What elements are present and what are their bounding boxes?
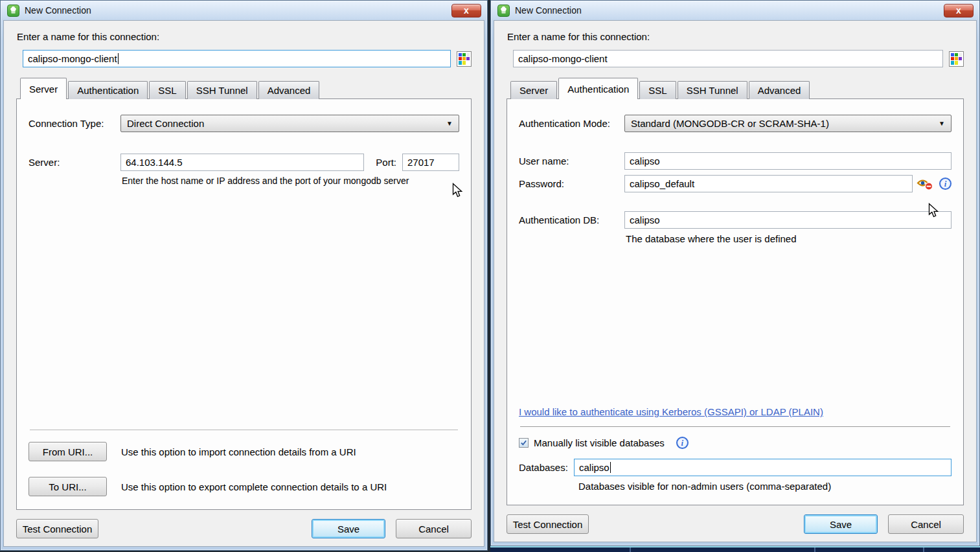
connection-name-input[interactable]: calipso-mongo-client: [23, 50, 451, 67]
dialog-body: Enter a name for this connection: calips…: [494, 20, 977, 542]
connection-name-label: Enter a name for this connection:: [507, 31, 964, 42]
server-label: Server:: [28, 157, 120, 168]
auth-mode-select[interactable]: Standard (MONGODB-CR or SCRAM-SHA-1) ▼: [624, 115, 952, 132]
color-picker-button[interactable]: [949, 51, 964, 67]
port-label: Port:: [376, 157, 396, 168]
tab-bar: Server Authentication SSL SSH Tunnel Adv…: [507, 78, 964, 99]
tab-advanced[interactable]: Advanced: [258, 81, 320, 99]
connection-type-row: Connection Type: Direct Connection ▼: [28, 115, 459, 132]
manual-databases-info-icon[interactable]: i: [676, 437, 689, 449]
auth-db-input[interactable]: calipso: [624, 211, 952, 229]
cancel-button[interactable]: Cancel: [396, 519, 472, 538]
tab-ssh-tunnel[interactable]: SSH Tunnel: [187, 81, 257, 99]
tab-server[interactable]: Server: [510, 81, 557, 99]
auth-mode-row: Authentication Mode: Standard (MONGODB-C…: [519, 115, 952, 132]
databases-help-text: Databases visible for non-admin users (c…: [578, 481, 952, 492]
window-title: New Connection: [515, 5, 582, 16]
databases-input[interactable]: calipso: [574, 459, 952, 476]
close-button[interactable]: x: [451, 4, 481, 17]
from-uri-row: From URI... Use this option to import co…: [28, 442, 459, 461]
tab-ssl[interactable]: SSL: [149, 81, 185, 99]
title-bar[interactable]: New Connection x: [491, 1, 979, 20]
background-window-sliver: [490, 546, 980, 552]
databases-row: Databases: calipso: [519, 459, 952, 476]
auth-db-label: Authentication DB:: [519, 214, 624, 225]
username-row: User name: calipso: [519, 152, 952, 170]
auth-mode-label: Authentication Mode:: [519, 118, 624, 129]
password-info-icon[interactable]: i: [939, 178, 952, 190]
from-uri-help-text: Use this option to import connection det…: [121, 446, 356, 457]
tab-advanced[interactable]: Advanced: [749, 81, 810, 99]
server-row: Server: 64.103.144.5 Port: 27017: [28, 154, 459, 171]
window-title: New Connection: [25, 5, 91, 16]
connection-type-select[interactable]: Direct Connection ▼: [120, 115, 459, 132]
tab-authentication[interactable]: Authentication: [68, 81, 148, 99]
app-icon: [497, 5, 510, 17]
authentication-tab-panel: Authentication Mode: Standard (MONGODB-C…: [507, 98, 964, 505]
check-icon: [520, 439, 527, 446]
password-label: Password:: [519, 178, 624, 189]
close-button[interactable]: x: [944, 4, 974, 17]
test-connection-button[interactable]: Test Connection: [16, 519, 98, 538]
connection-type-label: Connection Type:: [28, 118, 120, 129]
kerberos-ldap-link[interactable]: I would like to authenticate using Kerbe…: [519, 406, 952, 417]
tab-authentication[interactable]: Authentication: [558, 78, 638, 99]
manual-databases-label: Manually list visible databases: [534, 437, 665, 448]
tab-ssl[interactable]: SSL: [639, 81, 676, 99]
password-row: Password: calipso_default i: [519, 175, 952, 192]
tab-ssh-tunnel[interactable]: SSH Tunnel: [678, 81, 747, 99]
divider: [520, 426, 950, 427]
from-uri-button[interactable]: From URI...: [28, 442, 107, 461]
auth-db-row: Authentication DB: calipso: [519, 211, 952, 229]
save-button[interactable]: Save: [312, 519, 385, 538]
new-connection-dialog-server: New Connection x Enter a name for this c…: [0, 0, 488, 551]
chevron-down-icon: ▼: [933, 120, 945, 127]
chevron-down-icon: ▼: [441, 120, 453, 127]
connection-name-row: calipso-mongo-client: [513, 50, 964, 67]
server-tab-panel: Connection Type: Direct Connection ▼ Ser…: [16, 98, 472, 510]
text-caret: [118, 53, 119, 64]
to-uri-row: To URI... Use this option to export comp…: [28, 477, 459, 496]
tab-server[interactable]: Server: [20, 78, 67, 99]
title-bar[interactable]: New Connection x: [1, 1, 487, 20]
auth-db-help-text: The database where the user is defined: [626, 233, 952, 244]
divider: [30, 430, 458, 430]
dialog-footer: Test Connection Save Cancel: [16, 519, 472, 538]
server-input[interactable]: 64.103.144.5: [120, 154, 364, 171]
username-label: User name:: [519, 155, 624, 167]
new-connection-dialog-authentication: New Connection x Enter a name for this c…: [490, 0, 980, 546]
save-button[interactable]: Save: [804, 514, 878, 534]
databases-label: Databases:: [519, 462, 574, 473]
color-picker-button[interactable]: [457, 51, 472, 67]
password-input[interactable]: calipso_default: [624, 175, 913, 192]
chef-hat-icon: [9, 6, 17, 15]
text-caret: [610, 462, 611, 473]
connection-name-label: Enter a name for this connection:: [17, 31, 472, 42]
connection-name-row: calipso-mongo-client: [23, 50, 472, 67]
to-uri-button[interactable]: To URI...: [28, 477, 107, 496]
username-input[interactable]: calipso: [624, 152, 952, 170]
tab-bar: Server Authentication SSL SSH Tunnel Adv…: [16, 78, 472, 99]
chef-hat-icon: [499, 6, 508, 15]
dialog-body: Enter a name for this connection: calips…: [3, 20, 484, 547]
connection-name-input[interactable]: calipso-mongo-client: [513, 50, 943, 67]
hide-password-eye-icon[interactable]: [917, 178, 933, 190]
app-icon: [7, 5, 19, 17]
port-input[interactable]: 27017: [402, 154, 459, 171]
manual-databases-row: Manually list visible databases i: [519, 437, 952, 449]
to-uri-help-text: Use this option to export complete conne…: [121, 481, 387, 492]
dialog-footer: Test Connection Save Cancel: [507, 514, 964, 534]
server-help-text: Enter the host name or IP address and th…: [122, 176, 459, 186]
cancel-button[interactable]: Cancel: [888, 514, 964, 534]
test-connection-button[interactable]: Test Connection: [507, 514, 589, 534]
manual-databases-checkbox[interactable]: [519, 438, 529, 448]
